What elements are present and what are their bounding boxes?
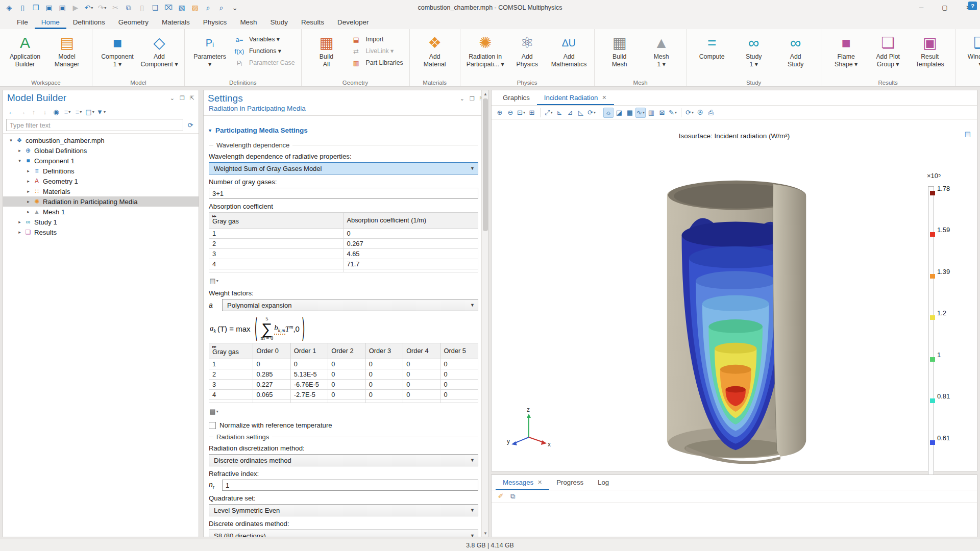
functions-button[interactable]: f(x)Functions ▾ (231, 46, 297, 56)
minimize-button[interactable]: ─ (910, 0, 933, 15)
quadrature-set-select[interactable]: Level Symmetric Even ▼ (209, 504, 478, 516)
parameters-button[interactable]: PᵢParameters▾ (189, 31, 231, 69)
tree-item-materials[interactable]: ▸∷Materials (3, 186, 199, 196)
open-file-button[interactable]: ❒ (30, 2, 42, 14)
table-cell[interactable]: 1 (209, 229, 344, 239)
table-cell[interactable]: 0 (253, 359, 290, 369)
undo-button[interactable]: ↶▾ (83, 2, 95, 14)
normalize-checkbox[interactable] (209, 422, 216, 429)
refresh-view-button[interactable]: ⟳▾ (586, 108, 597, 118)
table-cell[interactable] (209, 269, 344, 272)
table-cell[interactable]: 3 (209, 249, 344, 259)
zoom-in-button[interactable]: ⊕ (495, 108, 505, 118)
table-cell[interactable]: 0.227 (253, 380, 290, 390)
scroll-down-icon[interactable]: ▼ (482, 530, 489, 537)
import-button[interactable]: ⬓Import (348, 34, 405, 44)
float-panel-button[interactable]: ❐ (470, 95, 475, 102)
part-libraries-button[interactable]: ▥Part Libraries (348, 58, 405, 68)
tree-item-radiation-in-participating-media[interactable]: ▸✺Radiation in Participating Media (3, 196, 199, 207)
mesh-1-button[interactable]: ▲Mesh1 ▾ (641, 31, 682, 69)
copy-messages-button[interactable]: ⧉ (508, 491, 518, 502)
tree-expander-icon[interactable]: ▸ (24, 189, 32, 194)
settings-scrollbar[interactable]: ▲ ▼ (481, 90, 488, 537)
annotation-button[interactable]: ✎▾ (668, 108, 678, 118)
table-cell[interactable]: 0 (440, 390, 478, 400)
component-1-button[interactable]: ■Component1 ▾ (96, 31, 138, 69)
tree-item-global-definitions[interactable]: ▸⊕Global Definitions (3, 145, 199, 156)
table-cell[interactable]: 1 (209, 359, 253, 369)
section-participating-media-settings[interactable]: ▾ Participating Media Settings (209, 123, 478, 137)
tree-expander-icon[interactable]: ▸ (24, 179, 32, 184)
tree-item-root[interactable]: ▾❖combustion_chamber.mph (3, 135, 199, 145)
livelink-button[interactable]: ⇄LiveLink ▾ (348, 46, 405, 56)
tree-item-mesh-1[interactable]: ▸▲Mesh 1 (3, 207, 199, 217)
table-cell[interactable] (253, 400, 290, 403)
menu-developer[interactable]: Developer (331, 16, 376, 29)
tree-expander-icon[interactable]: ▸ (24, 168, 32, 173)
tree-item-geometry-1[interactable]: ▸AGeometry 1 (3, 176, 199, 186)
color-scale-button[interactable]: ▥ (646, 108, 656, 118)
zoom-out-button[interactable]: ⊖ (505, 108, 516, 118)
table-cell[interactable]: -6.76E-5 (290, 380, 328, 390)
clear-selection-button[interactable]: ▨ (189, 2, 201, 14)
menu-geometry[interactable]: Geometry (112, 16, 155, 29)
table-cell[interactable]: 3 (209, 380, 253, 390)
result-templates-button[interactable]: ▣ResultTemplates (909, 31, 951, 69)
lock-view-button[interactable]: ⊠ (657, 108, 667, 118)
table-cell[interactable]: 71.7 (344, 259, 478, 269)
table-cell[interactable] (290, 400, 328, 403)
menu-study[interactable]: Study (263, 16, 295, 29)
plot-settings-button[interactable]: ∿▾ (635, 108, 646, 118)
table-cell[interactable]: 0 (344, 229, 478, 239)
tab-incident-radiation[interactable]: Incident Radiation✕ (537, 91, 614, 105)
help-button[interactable]: ? (968, 2, 977, 10)
tab-messages[interactable]: Messages✕ (496, 475, 549, 490)
table-cell[interactable]: 2 (209, 369, 253, 380)
table-cell[interactable] (365, 400, 403, 403)
table-edit-icon[interactable]: ▤▾ (209, 276, 219, 286)
collapse-panel-button[interactable]: ⌄ (460, 95, 464, 102)
refractive-index-input[interactable] (222, 480, 478, 491)
table-cell[interactable]: 0 (365, 390, 403, 400)
table-cell[interactable]: 0 (328, 369, 365, 380)
table-cell[interactable]: 0 (440, 369, 478, 380)
back-button[interactable]: ← (6, 107, 16, 117)
tree-expander-icon[interactable]: ▸ (24, 199, 32, 204)
tree-item-component-1[interactable]: ▾■Component 1 (3, 156, 199, 166)
forward-button[interactable]: → (17, 107, 28, 117)
wavelength-dependence-select[interactable]: Weighted Sum of Gray Gases Model ▼ (209, 162, 478, 174)
add-mathematics-button[interactable]: ∆UAddMathematics (548, 31, 590, 69)
windows-button[interactable]: ❑Windows▾ (960, 31, 980, 69)
table-cell[interactable] (344, 269, 478, 272)
table-cell[interactable]: 0 (328, 380, 365, 390)
table-cell[interactable]: -2.7E-5 (290, 390, 328, 400)
find-replace-button[interactable]: ⌕ (215, 2, 228, 14)
plot-area[interactable]: Isosurface: Incident radiation (W/m²) ▤ (492, 121, 977, 471)
table-cell[interactable]: 0 (328, 359, 365, 369)
print-button[interactable]: ⎙ (706, 108, 716, 118)
close-icon[interactable]: ✕ (537, 479, 542, 486)
tree-item-results[interactable]: ▸❏Results (3, 227, 199, 237)
view-zx-button[interactable]: ◺ (576, 108, 586, 118)
save-button[interactable]: ▣ (43, 2, 55, 14)
scene-light-button[interactable]: ☼ (603, 108, 614, 118)
table-cell[interactable]: 0 (440, 359, 478, 369)
table-cell[interactable] (209, 400, 253, 403)
build-mesh-button[interactable]: ▦BuildMesh (599, 31, 641, 69)
menu-definitions[interactable]: Definitions (66, 16, 112, 29)
new-file-button[interactable]: ▯ (16, 2, 29, 14)
table-cell[interactable]: 4 (209, 390, 253, 400)
flame-shape-button[interactable]: ■FlameShape ▾ (825, 31, 867, 69)
zoom-box-button[interactable]: ⊡▾ (516, 108, 526, 118)
tree-expander-icon[interactable]: ▸ (16, 230, 23, 235)
tree-item-definitions[interactable]: ▸≡Definitions (3, 166, 199, 176)
weight-factors-select[interactable]: Polynomial expansion ▼ (222, 299, 478, 311)
tree-expander-icon[interactable]: ▸ (24, 209, 32, 214)
table-cell[interactable]: 4.65 (344, 249, 478, 259)
go-to-default-view-button[interactable]: ⤢▾ (544, 108, 554, 118)
table-cell[interactable]: 0.285 (253, 369, 290, 380)
delete-button[interactable]: ⌧ (162, 2, 175, 14)
table-cell[interactable] (403, 400, 440, 403)
tree-expander-icon[interactable]: ▾ (16, 158, 23, 163)
node-label-button[interactable]: ▤▾ (85, 107, 95, 117)
